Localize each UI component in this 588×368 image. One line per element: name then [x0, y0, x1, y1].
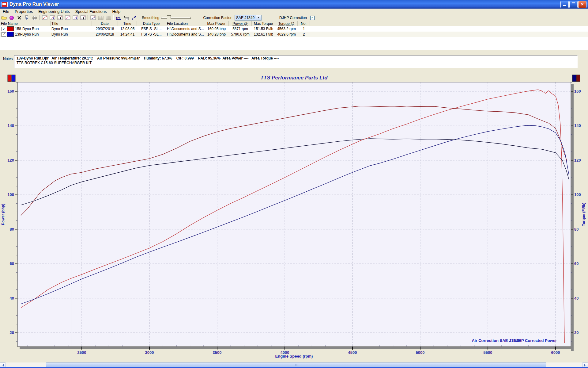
toolbar-separator — [39, 15, 40, 20]
column-header-max-torque[interactable]: Max Torque — [252, 21, 275, 26]
menu-help[interactable]: Help — [109, 9, 123, 14]
chevron-down-icon[interactable]: ▼ — [256, 15, 261, 20]
data-grid-button[interactable] — [97, 15, 104, 21]
column-header-torque-[interactable]: Torque @ — [275, 21, 298, 26]
table-cell[interactable]: 4563.2 rpm — [275, 27, 298, 31]
column-header-power-[interactable]: Power @ — [229, 21, 252, 26]
scroll-left-icon — [1, 364, 4, 366]
table-cell[interactable]: 14:24:41 — [118, 32, 137, 36]
axis-tick-label: 80 — [10, 227, 14, 232]
table-cell[interactable]: ✓158-Dyno Run — [0, 26, 51, 31]
close-button[interactable]: ✕ — [578, 1, 586, 8]
axis-tick-label: 40 — [574, 296, 579, 301]
scroll-right-icon — [584, 364, 587, 366]
column-header-file-location[interactable]: File Location — [166, 21, 204, 26]
graph-run1-button[interactable] — [41, 15, 48, 21]
table-row[interactable]: ✓158-Dyno RunDyno Run29/07/201812:03:05F… — [0, 26, 588, 32]
axis-tick-label: 140 — [7, 123, 14, 128]
table-cell[interactable]: 160.95 bhp — [204, 27, 229, 31]
graph-run1-data-button[interactable]: 1 — [49, 15, 56, 21]
notes-label: Notes — [3, 57, 13, 61]
column-header-label: Title — [51, 21, 58, 26]
run-visible-checkbox[interactable]: ✓ — [2, 32, 6, 37]
menu-engineering-units[interactable]: Engineering Units — [36, 9, 73, 14]
minimize-button[interactable] — [560, 1, 569, 8]
graph-overlay-button[interactable] — [89, 15, 96, 21]
table-cell[interactable]: 4629.6 rpm — [275, 32, 298, 36]
dyno-chart[interactable]: 2500300035004000450050005500600020204040… — [0, 70, 588, 362]
column-header-data-type[interactable]: Data Type — [137, 21, 166, 26]
graph-run2-data-button[interactable]: 2 — [72, 15, 79, 21]
column-header-date[interactable]: Date — [92, 21, 118, 26]
export-run-icon — [24, 15, 30, 21]
column-header-no-[interactable]: No. — [298, 21, 310, 26]
notes-box[interactable]: 139-Dyno Run.Dpr Air Temperature: 20.1°C… — [14, 55, 578, 68]
table-cell[interactable]: ✓139-Dyno Run — [0, 32, 51, 37]
table-cell[interactable]: 5790.6 rpm — [229, 32, 252, 36]
restore-icon — [572, 2, 575, 6]
app-icon — [2, 2, 8, 7]
open-file-button[interactable] — [0, 15, 7, 21]
graph-run2-button[interactable] — [64, 15, 71, 21]
axis-tick-label: 6000 — [551, 350, 560, 355]
column-header-label: No. — [301, 21, 307, 26]
table-cell[interactable]: 20/06/2018 — [92, 32, 118, 36]
expand-graph-button[interactable] — [130, 15, 137, 21]
table-cell[interactable]: 1 — [298, 27, 310, 31]
smoothing-label: Smoothing — [142, 16, 159, 20]
table-cell[interactable]: FSF-S -SL... — [137, 32, 166, 36]
table-cell[interactable]: 5871 rpm — [229, 27, 252, 31]
data-grid-alt-button[interactable] — [105, 15, 112, 21]
table-cell[interactable]: FSF-S -SL... — [137, 27, 166, 31]
column-header-max-power[interactable]: Max Power — [204, 21, 229, 26]
column-header-time[interactable]: Time — [118, 21, 137, 26]
table-cell[interactable]: H:\Documents and S... — [166, 27, 204, 31]
delete-run-button[interactable] — [16, 15, 23, 21]
legend-swatch-torque-2 — [576, 75, 580, 82]
graph-run1-select-button[interactable] — [56, 15, 63, 21]
djhp-correction-checkbox[interactable]: ✓ — [310, 16, 315, 20]
axis-tick-label: 60 — [574, 261, 579, 266]
smoothing-slider[interactable] — [161, 17, 191, 19]
correction-factor-select[interactable]: SAE J1349 ▼ — [235, 15, 262, 21]
print-button[interactable] — [31, 15, 38, 21]
app-window: Dyna Pro Run Viewer ✕ File Properties En… — [0, 0, 588, 368]
table-row[interactable]: ✓139-Dyno RunDyno Run20/06/201814:24:41F… — [0, 32, 588, 37]
graph-run2-data-icon: 2 — [72, 15, 78, 21]
column-header-file-name[interactable]: File Name — [0, 21, 51, 26]
scrollbar-thumb[interactable] — [46, 362, 546, 367]
menu-special-functions[interactable]: Special Functions — [73, 9, 110, 14]
table-cell[interactable]: 140.28 bhp — [204, 32, 229, 36]
graph-run2-select-button[interactable] — [79, 15, 86, 21]
menu-properties[interactable]: Properties — [12, 9, 36, 14]
axis-tick-label: 160 — [7, 89, 14, 94]
table-cell[interactable]: 2 — [298, 32, 310, 36]
djhp-corrected-annotation: DJHP Corrected Power — [513, 338, 557, 343]
cursor-table-button[interactable] — [123, 15, 130, 21]
table-cell[interactable]: 12:03:05 — [118, 27, 137, 31]
scrollbar-grip — [296, 364, 296, 366]
run-visible-checkbox[interactable]: ✓ — [2, 27, 6, 31]
smoothing-slider-thumb[interactable] — [167, 15, 171, 21]
numeric-data-button[interactable]: 123 — [115, 15, 122, 21]
table-cell[interactable]: 29/07/2018 — [92, 27, 118, 31]
export-run-button[interactable] — [23, 15, 30, 21]
table-cell[interactable]: Dyno Run — [51, 27, 92, 31]
plot-shadow-bottom — [20, 347, 574, 349]
svg-text:123: 123 — [116, 17, 120, 20]
toolbar-separator — [88, 15, 88, 20]
column-header-filler — [310, 21, 588, 26]
table-cell[interactable]: Dyno Run — [51, 32, 92, 36]
column-header-title[interactable]: Title — [51, 21, 92, 26]
table-cell[interactable]: 132.61 Ft/lb — [252, 32, 275, 36]
table-cell[interactable]: H:\Documents and S... — [166, 32, 204, 36]
data-grid-alt-icon — [105, 15, 111, 21]
restore-button[interactable] — [569, 1, 578, 8]
menu-file[interactable]: File — [0, 9, 12, 14]
run-color-swatch — [7, 32, 14, 37]
column-header-label: Max Torque — [254, 21, 273, 26]
horizontal-scrollbar[interactable] — [0, 362, 588, 367]
runs-list-button[interactable] — [8, 15, 15, 21]
column-header-label: Torque @ — [278, 21, 294, 26]
table-cell[interactable]: 151.53 Ft/lb — [252, 27, 275, 31]
